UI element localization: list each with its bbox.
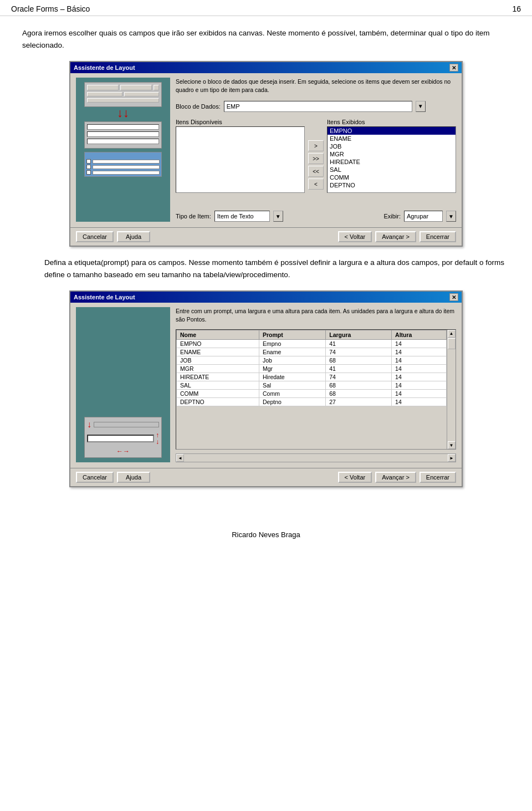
panel2-input-field <box>87 435 154 442</box>
table-cell: 14 <box>392 389 447 397</box>
bloco-row: Bloco de Dados: ▼ <box>176 101 456 112</box>
horizontal-scrollbar[interactable]: ◄ ► <box>176 453 456 462</box>
panel-checkbox2 <box>86 165 91 169</box>
table-cell: EMPNO <box>177 339 259 348</box>
dialog2-ajuda-button[interactable]: Ajuda <box>117 472 150 483</box>
move-right-btn[interactable]: > <box>308 140 324 151</box>
table-row[interactable]: DEPTNODeptno2714 <box>177 397 447 406</box>
itens-exibidos-item[interactable]: MGR <box>328 150 456 158</box>
scroll-thumb[interactable] <box>448 338 456 349</box>
dialog2-footer-left: Cancelar Ajuda <box>76 472 150 483</box>
dialog1-footer: Cancelar Ajuda < Voltar Avançar > Encerr… <box>70 227 462 246</box>
move-left-btn[interactable]: < <box>308 178 324 190</box>
table-cell: Empno <box>259 339 326 348</box>
table-row[interactable]: ENAMEEname7414 <box>177 348 447 356</box>
dialog2-table-inner: Nome Prompt Largura Altura EMPNOEmpno411… <box>176 330 447 450</box>
panel-btn3 <box>154 85 159 90</box>
dialog2-encerrar-button[interactable]: Encerrar <box>420 472 456 483</box>
dialog1-ajuda-button[interactable]: Ajuda <box>117 231 150 242</box>
panel2-label-field <box>94 422 159 427</box>
panel-field-b <box>124 92 160 96</box>
itens-exibidos-item[interactable]: SAL <box>328 166 456 174</box>
col-nome: Nome <box>177 330 259 339</box>
dialog1-voltar-button[interactable]: < Voltar <box>338 231 372 242</box>
itens-exibidos-item[interactable]: JOB <box>328 142 456 150</box>
panel2-right-arrow: → <box>123 447 130 455</box>
table-row[interactable]: HIREDATEHiredate7414 <box>177 373 447 381</box>
exibir-input[interactable] <box>404 211 443 222</box>
dialog1-left-panel: ↓↓ <box>76 78 170 222</box>
table-row[interactable]: SALSal6814 <box>177 381 447 389</box>
exibir-dropdown-arrow[interactable]: ▼ <box>446 211 456 222</box>
table-cell: Hiredate <box>259 373 326 381</box>
table-cell: 14 <box>392 373 447 381</box>
table-row[interactable]: EMPNOEmpno4114 <box>177 339 447 348</box>
table-header-row: Nome Prompt Largura Altura <box>177 330 447 339</box>
panel-form-row2 <box>87 131 159 137</box>
dialog1-wrapper: Assistente de Layout ✕ <box>22 61 510 247</box>
dialog1-body: ↓↓ <box>70 73 462 227</box>
table-row[interactable]: COMMComm6814 <box>177 389 447 397</box>
panel-form-row3 <box>87 139 159 144</box>
table-cell: 68 <box>326 389 392 397</box>
itens-disponiveis-container: Itens Disponíveis <box>176 119 305 205</box>
paragraph1: Agora iremos escolher quais os campos qu… <box>22 27 510 51</box>
itens-exibidos-item[interactable]: HIREDATE <box>328 158 456 166</box>
dialog1-encerrar-button[interactable]: Encerrar <box>420 231 456 242</box>
panel-checkbox1 <box>86 159 91 164</box>
table-cell: 68 <box>326 356 392 364</box>
itens-exibidos-item[interactable]: EMPNO <box>328 127 456 135</box>
table-cell: 14 <box>392 364 447 373</box>
panel2-input-row: ↑ ↓ <box>87 432 159 445</box>
scroll-left-arrow[interactable]: ◄ <box>176 454 184 462</box>
dialog2-avancar-button[interactable]: Avançar > <box>375 472 416 483</box>
itens-exibidos-list[interactable]: EMPNOENAMEJOBMGRHIREDATESALCOMMDEPTNO <box>327 126 456 193</box>
dialog1-cancelar-button[interactable]: Cancelar <box>76 231 114 242</box>
itens-disponiveis-list[interactable] <box>176 126 305 193</box>
tipo-dropdown-arrow[interactable]: ▼ <box>273 211 283 222</box>
table-cell: 68 <box>326 381 392 389</box>
panel2-arrow-icon: ↓ <box>87 420 91 430</box>
dialog2-close-button[interactable]: ✕ <box>449 293 458 301</box>
dialog1-avancar-button[interactable]: Avançar > <box>375 231 416 242</box>
itens-exibidos-item[interactable]: ENAME <box>328 135 456 142</box>
table-cell: Sal <box>259 381 326 389</box>
table-cell: Job <box>259 356 326 364</box>
itens-exibidos-item[interactable]: COMM <box>328 174 456 181</box>
panel-checkboxes <box>86 159 160 175</box>
dialog2-titlebar: Assistente de Layout ✕ <box>70 292 462 303</box>
dialog1-titlebar: Assistente de Layout ✕ <box>70 62 462 73</box>
dialog2-voltar-button[interactable]: < Voltar <box>338 472 372 483</box>
page-footer: Ricardo Neves Braga <box>0 519 532 550</box>
dialog2-footer-right: < Voltar Avançar > Encerrar <box>338 472 456 483</box>
tipo-input[interactable] <box>214 211 270 222</box>
table-row[interactable]: MGRMgr4114 <box>177 364 447 373</box>
table-cell: Comm <box>259 389 326 397</box>
panel2-form-area: ↓ ↑ ↓ <box>84 417 162 458</box>
bloco-dropdown-arrow[interactable]: ▼ <box>416 101 426 112</box>
vertical-scrollbar[interactable]: ▲ ▼ <box>447 330 456 450</box>
panel-second-row <box>87 92 159 96</box>
dialog2-cancelar-button[interactable]: Cancelar <box>76 472 114 483</box>
table-cell: JOB <box>177 356 259 364</box>
table-row[interactable]: JOBJob6814 <box>177 356 447 364</box>
move-all-left-btn[interactable]: << <box>308 166 324 177</box>
dialog1-footer-left: Cancelar Ajuda <box>76 231 150 242</box>
dialog1-close-button[interactable]: ✕ <box>449 64 458 72</box>
dialog1-footer-right: < Voltar Avançar > Encerrar <box>338 231 456 242</box>
move-all-right-btn[interactable]: >> <box>308 153 324 164</box>
bloco-input[interactable] <box>224 101 412 112</box>
panel-checkbox3 <box>86 170 91 175</box>
table-cell: Mgr <box>259 364 326 373</box>
dialog1: Assistente de Layout ✕ <box>69 61 463 247</box>
scroll-up-arrow[interactable]: ▲ <box>448 330 456 338</box>
table-cell: SAL <box>177 381 259 389</box>
panel-image-area <box>84 152 162 177</box>
arrow-buttons: > >> << < <box>308 119 324 205</box>
itens-exibidos-item[interactable]: DEPTNO <box>328 181 456 189</box>
table-cell: 74 <box>326 373 392 381</box>
scroll-down-arrow[interactable]: ▼ <box>448 441 456 449</box>
panel2-h-arrows: ← → <box>87 447 159 455</box>
items-section: Itens Disponíveis > >> << < Itens Exi <box>176 119 456 205</box>
scroll-right-arrow[interactable]: ► <box>448 454 456 462</box>
